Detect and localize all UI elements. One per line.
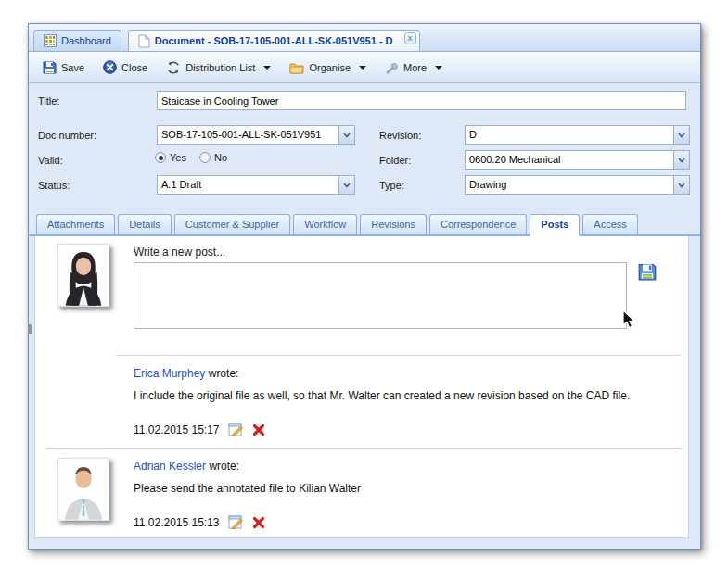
doc-number-dropdown-trigger[interactable] xyxy=(338,126,354,144)
document-page-icon xyxy=(138,34,150,48)
chevron-down-icon xyxy=(678,183,685,188)
type-label: Type: xyxy=(379,180,404,191)
organise-button[interactable]: Organise xyxy=(283,58,373,77)
current-user-avatar xyxy=(57,244,109,307)
type-dropdown-trigger[interactable] xyxy=(673,176,689,194)
valid-radio-group: Yes No xyxy=(155,152,227,163)
post-author-link[interactable]: Adrian Kessler xyxy=(134,460,206,473)
post-timestamp: 11.02.2015 15:13 xyxy=(134,516,220,529)
radio-unselected-icon xyxy=(199,152,211,163)
wrote-suffix: wrote: xyxy=(206,460,239,473)
tab-dashboard[interactable]: Dashboard xyxy=(33,30,121,51)
status-label: Status: xyxy=(38,180,70,191)
mouse-cursor xyxy=(619,310,638,330)
wrote-suffix: wrote: xyxy=(205,367,238,380)
delete-post-icon[interactable] xyxy=(252,424,265,436)
more-button[interactable]: More xyxy=(378,57,449,77)
doc-number-combobox[interactable]: SOB-17-105-001-ALL-SK-051V951 xyxy=(157,125,355,145)
tab-revisions[interactable]: Revisions xyxy=(360,214,427,234)
new-post-textarea[interactable] xyxy=(134,262,627,329)
close-button[interactable]: Close xyxy=(96,57,154,77)
tab-details[interactable]: Details xyxy=(118,214,172,234)
radio-selected-icon xyxy=(155,152,166,163)
valid-label: Valid: xyxy=(38,155,63,166)
folder-dropdown-trigger[interactable] xyxy=(673,151,689,169)
post-author-link[interactable]: Erica Murphey xyxy=(134,367,205,380)
edit-post-icon[interactable] xyxy=(228,515,244,529)
save-floppy-icon xyxy=(43,60,57,74)
more-label: More xyxy=(403,62,427,73)
document-form: Title: Doc number: SOB-17-105-001-ALL-SK… xyxy=(29,83,700,210)
more-wrench-icon xyxy=(385,60,399,74)
title-label: Title: xyxy=(38,95,59,107)
organise-label: Organise xyxy=(309,62,351,73)
close-tab-icon[interactable]: x xyxy=(404,32,416,44)
post-item: Erica Murphey wrote: I include the origi… xyxy=(35,356,688,448)
chevron-down-icon xyxy=(678,158,685,163)
save-button-label: Save xyxy=(61,62,84,73)
post-body-text: I include the original file as well, so … xyxy=(134,389,679,402)
status-combobox[interactable]: A.1 Draft xyxy=(157,175,355,195)
tab-attachments[interactable]: Attachments xyxy=(36,214,115,234)
title-input[interactable] xyxy=(157,91,686,110)
tab-posts[interactable]: Posts xyxy=(530,214,580,236)
post-author-avatar xyxy=(57,458,109,521)
document-window: Dashboard Document - SOB-17-105-001-ALL-… xyxy=(28,23,701,550)
close-circle-icon xyxy=(103,60,117,74)
type-combobox[interactable]: Drawing xyxy=(465,175,690,195)
edit-post-icon[interactable] xyxy=(228,423,244,436)
more-dropdown-arrow[interactable] xyxy=(435,66,442,70)
doc-number-label: Doc number: xyxy=(38,130,96,141)
distribution-list-dropdown-arrow[interactable] xyxy=(263,66,271,70)
organise-dropdown-arrow[interactable] xyxy=(359,66,366,70)
folder-combobox[interactable]: 0600.20 Mechanical xyxy=(465,150,690,170)
delete-post-icon[interactable] xyxy=(252,516,265,529)
submit-post-save-icon[interactable] xyxy=(638,262,657,281)
dashboard-grid-icon xyxy=(44,34,57,47)
folder-label: Folder: xyxy=(379,155,411,166)
chevron-down-icon xyxy=(343,133,351,138)
post-timestamp: 11.02.2015 15:17 xyxy=(134,424,220,436)
distribution-list-label: Distribution List xyxy=(185,62,255,73)
tab-dashboard-label: Dashboard xyxy=(61,35,111,46)
distribution-refresh-icon xyxy=(166,60,181,75)
new-post-label: Write a new post... xyxy=(134,246,679,259)
valid-yes-label: Yes xyxy=(170,152,186,163)
revision-label: Revision: xyxy=(379,130,421,141)
tab-correspondence[interactable]: Correspondence xyxy=(429,214,527,234)
window-tab-bar: Dashboard Document - SOB-17-105-001-ALL-… xyxy=(29,24,700,52)
new-post-section: Write a new post... xyxy=(35,236,688,355)
tab-document-label: Document - SOB-17-105-001-ALL-SK-051V951… xyxy=(155,35,393,46)
posts-content: Write a new post... xyxy=(34,236,689,538)
revision-dropdown-trigger[interactable] xyxy=(673,126,689,144)
valid-no-label: No xyxy=(214,152,227,163)
save-button[interactable]: Save xyxy=(36,57,91,77)
section-tab-strip: Attachments Details Customer & Supplier … xyxy=(29,210,700,236)
chevron-down-icon xyxy=(343,183,351,188)
tab-workflow[interactable]: Workflow xyxy=(293,214,357,234)
organise-folder-icon xyxy=(289,61,304,74)
posts-panel: Write a new post... xyxy=(29,236,700,546)
valid-yes-radio[interactable]: Yes xyxy=(155,152,186,163)
panel-edge-handle[interactable] xyxy=(28,324,32,334)
tab-access[interactable]: Access xyxy=(582,214,637,234)
toolbar: Save Close Distribution List xyxy=(29,52,700,83)
distribution-list-button[interactable]: Distribution List xyxy=(160,57,277,78)
revision-combobox[interactable]: D xyxy=(465,125,690,145)
post-body-text: Please send the annotated file to Kilian… xyxy=(134,482,679,495)
valid-no-radio[interactable]: No xyxy=(199,152,227,163)
status-dropdown-trigger[interactable] xyxy=(338,176,354,194)
chevron-down-icon xyxy=(678,133,685,138)
post-item: Adrian Kessler wrote: Please send the an… xyxy=(35,449,688,538)
tab-customer-supplier[interactable]: Customer & Supplier xyxy=(174,214,291,234)
close-button-label: Close xyxy=(121,62,147,73)
tab-document[interactable]: Document - SOB-17-105-001-ALL-SK-051V951… xyxy=(128,30,420,51)
